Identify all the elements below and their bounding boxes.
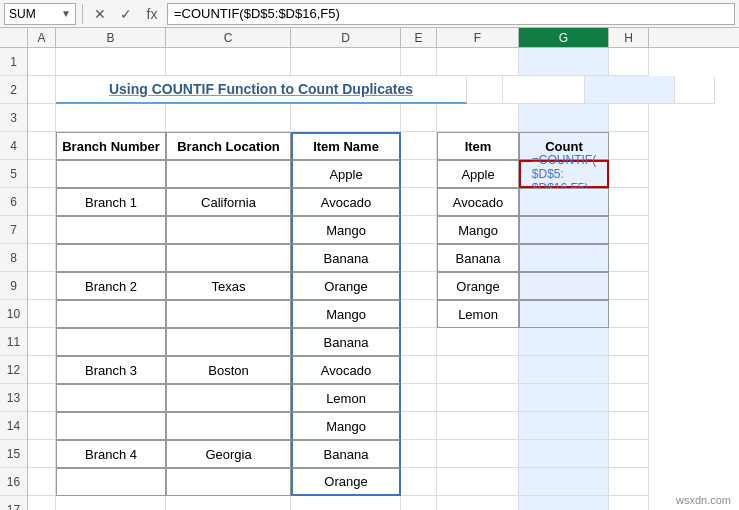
cell-e9[interactable] bbox=[401, 272, 437, 300]
cell-f15[interactable] bbox=[437, 440, 519, 468]
row-header-5[interactable]: 5 bbox=[0, 160, 27, 188]
cell-d11-banana[interactable]: Banana bbox=[291, 328, 401, 356]
cell-g14[interactable] bbox=[519, 412, 609, 440]
cell-g2[interactable] bbox=[585, 76, 675, 104]
cell-a13[interactable] bbox=[28, 384, 56, 412]
cell-g8[interactable] bbox=[519, 244, 609, 272]
row-header-4[interactable]: 4 bbox=[0, 132, 27, 160]
row-header-2[interactable]: 2 bbox=[0, 76, 27, 104]
cell-h9[interactable] bbox=[609, 272, 649, 300]
cell-branch-number-header[interactable]: Branch Number bbox=[56, 132, 166, 160]
cell-g12[interactable] bbox=[519, 356, 609, 384]
cell-a2[interactable] bbox=[28, 76, 56, 104]
cell-b5[interactable] bbox=[56, 160, 166, 188]
cell-f10-lemon[interactable]: Lemon bbox=[437, 300, 519, 328]
col-header-h[interactable]: H bbox=[609, 28, 649, 47]
cell-h13[interactable] bbox=[609, 384, 649, 412]
cell-h2[interactable] bbox=[675, 76, 715, 104]
cell-d7-mango[interactable]: Mango bbox=[291, 216, 401, 244]
cell-a12[interactable] bbox=[28, 356, 56, 384]
cell-a16[interactable] bbox=[28, 468, 56, 496]
cell-a7[interactable] bbox=[28, 216, 56, 244]
cell-f7-mango[interactable]: Mango bbox=[437, 216, 519, 244]
fx-button[interactable]: fx bbox=[141, 3, 163, 25]
cell-f1[interactable] bbox=[437, 48, 519, 76]
cell-b16[interactable] bbox=[56, 468, 166, 496]
row-header-17[interactable]: 17 bbox=[0, 496, 27, 510]
cell-f17[interactable] bbox=[437, 496, 519, 510]
row-header-14[interactable]: 14 bbox=[0, 412, 27, 440]
cell-d10-mango[interactable]: Mango bbox=[291, 300, 401, 328]
cell-e6[interactable] bbox=[401, 188, 437, 216]
cell-a3[interactable] bbox=[28, 104, 56, 132]
cell-h11[interactable] bbox=[609, 328, 649, 356]
cell-c5[interactable] bbox=[166, 160, 291, 188]
cell-b10[interactable] bbox=[56, 300, 166, 328]
formula-input[interactable] bbox=[167, 3, 735, 25]
cell-e10[interactable] bbox=[401, 300, 437, 328]
cell-a17[interactable] bbox=[28, 496, 56, 510]
cell-g10[interactable] bbox=[519, 300, 609, 328]
cell-e14[interactable] bbox=[401, 412, 437, 440]
cell-f9-orange[interactable]: Orange bbox=[437, 272, 519, 300]
row-header-7[interactable]: 7 bbox=[0, 216, 27, 244]
cell-h4[interactable] bbox=[609, 132, 649, 160]
cell-e8[interactable] bbox=[401, 244, 437, 272]
cell-h10[interactable] bbox=[609, 300, 649, 328]
cell-h6[interactable] bbox=[609, 188, 649, 216]
row-header-16[interactable]: 16 bbox=[0, 468, 27, 496]
cell-e2[interactable] bbox=[467, 76, 503, 104]
cell-e12[interactable] bbox=[401, 356, 437, 384]
cell-a14[interactable] bbox=[28, 412, 56, 440]
cell-c15-georgia[interactable]: Georgia bbox=[166, 440, 291, 468]
row-header-12[interactable]: 12 bbox=[0, 356, 27, 384]
cell-f16[interactable] bbox=[437, 468, 519, 496]
cell-b1[interactable] bbox=[56, 48, 166, 76]
row-header-10[interactable]: 10 bbox=[0, 300, 27, 328]
cell-h12[interactable] bbox=[609, 356, 649, 384]
row-header-1[interactable]: 1 bbox=[0, 48, 27, 76]
cell-e4[interactable] bbox=[401, 132, 437, 160]
cell-b7[interactable] bbox=[56, 216, 166, 244]
cell-a4[interactable] bbox=[28, 132, 56, 160]
cell-a8[interactable] bbox=[28, 244, 56, 272]
cell-g1[interactable] bbox=[519, 48, 609, 76]
cell-d13-lemon[interactable]: Lemon bbox=[291, 384, 401, 412]
cell-h3[interactable] bbox=[609, 104, 649, 132]
cell-b17[interactable] bbox=[56, 496, 166, 510]
cell-h17[interactable] bbox=[609, 496, 649, 510]
col-header-e[interactable]: E bbox=[401, 28, 437, 47]
cell-b15-branch4[interactable]: Branch 4 bbox=[56, 440, 166, 468]
cell-c12-boston[interactable]: Boston bbox=[166, 356, 291, 384]
cell-h14[interactable] bbox=[609, 412, 649, 440]
cell-b6-branch1[interactable]: Branch 1 bbox=[56, 188, 166, 216]
cell-b13[interactable] bbox=[56, 384, 166, 412]
cell-e7[interactable] bbox=[401, 216, 437, 244]
cell-a1[interactable] bbox=[28, 48, 56, 76]
cell-h5[interactable] bbox=[609, 160, 649, 188]
cell-a10[interactable] bbox=[28, 300, 56, 328]
cell-item-name-header[interactable]: Item Name bbox=[291, 132, 401, 160]
cell-c6-california[interactable]: California bbox=[166, 188, 291, 216]
col-header-d[interactable]: D bbox=[291, 28, 401, 47]
cell-c11[interactable] bbox=[166, 328, 291, 356]
row-header-3[interactable]: 3 bbox=[0, 104, 27, 132]
cell-e5[interactable] bbox=[401, 160, 437, 188]
cell-c10[interactable] bbox=[166, 300, 291, 328]
cell-b11[interactable] bbox=[56, 328, 166, 356]
cell-b12-branch3[interactable]: Branch 3 bbox=[56, 356, 166, 384]
cell-d1[interactable] bbox=[291, 48, 401, 76]
confirm-formula-button[interactable]: ✓ bbox=[115, 3, 137, 25]
cell-c1[interactable] bbox=[166, 48, 291, 76]
cell-b8[interactable] bbox=[56, 244, 166, 272]
cell-d6-avocado[interactable]: Avocado bbox=[291, 188, 401, 216]
cell-c17[interactable] bbox=[166, 496, 291, 510]
cell-h8[interactable] bbox=[609, 244, 649, 272]
cell-c3[interactable] bbox=[166, 104, 291, 132]
cell-h7[interactable] bbox=[609, 216, 649, 244]
cell-g16[interactable] bbox=[519, 468, 609, 496]
cell-d16-orange[interactable]: Orange bbox=[291, 468, 401, 496]
cell-g3[interactable] bbox=[519, 104, 609, 132]
cell-c13[interactable] bbox=[166, 384, 291, 412]
cell-c7[interactable] bbox=[166, 216, 291, 244]
